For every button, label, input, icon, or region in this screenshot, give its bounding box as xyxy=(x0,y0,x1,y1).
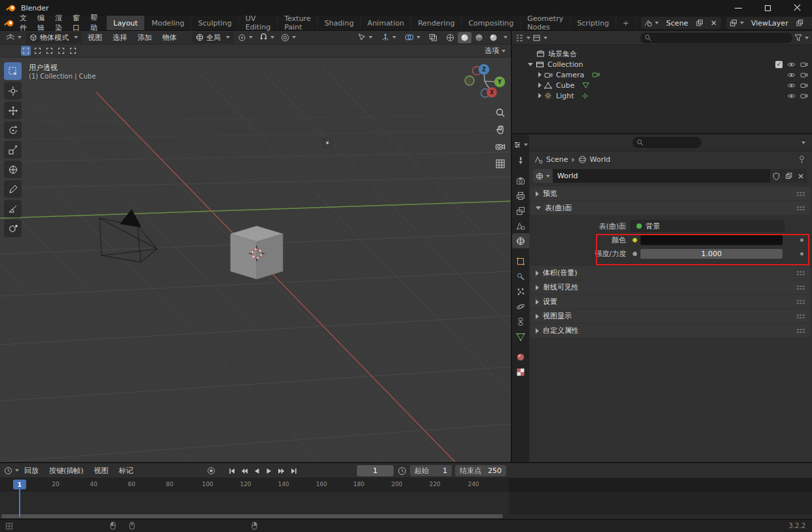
cube-object[interactable] xyxy=(231,226,283,279)
hide-eye-icon[interactable] xyxy=(787,93,796,99)
proportional-editing-button[interactable] xyxy=(278,32,299,43)
select-mode-intersect-button[interactable] xyxy=(68,46,78,56)
strength-slider[interactable]: 1.000 xyxy=(640,249,783,259)
tool-cursor[interactable] xyxy=(4,82,22,100)
tab-scene[interactable] xyxy=(513,218,528,233)
scene-unlink-button[interactable] xyxy=(707,17,721,29)
fake-user-button[interactable] xyxy=(770,169,783,183)
scene-copy-button[interactable] xyxy=(692,17,707,29)
new-datablock-button[interactable] xyxy=(783,169,795,183)
jump-to-start-button[interactable] xyxy=(226,465,237,476)
shading-wireframe-button[interactable] xyxy=(443,32,457,43)
axis-neg-y-ball[interactable] xyxy=(465,76,474,85)
disable-render-camera-icon[interactable] xyxy=(800,92,808,99)
properties-editor-type-button[interactable] xyxy=(513,137,528,153)
tab-modifiers[interactable] xyxy=(513,269,528,284)
unlink-datablock-button[interactable] xyxy=(795,169,807,183)
timeline-editor-type-button[interactable] xyxy=(0,466,19,475)
menu-window[interactable]: 窗口 xyxy=(67,16,85,30)
panel-grip-icon[interactable] xyxy=(796,299,805,305)
tool-options-dropdown[interactable]: 选项 xyxy=(485,46,506,56)
panel-grip-icon[interactable] xyxy=(796,285,805,290)
orthographic-toggle-button[interactable] xyxy=(493,157,507,171)
collection-expand-arrow[interactable] xyxy=(528,63,533,66)
minimize-button[interactable] xyxy=(724,0,753,16)
tab-render[interactable] xyxy=(513,173,528,188)
playhead-handle[interactable]: 1 xyxy=(13,480,26,489)
outliner-row-light[interactable]: Light xyxy=(512,90,812,101)
show-gizmo-toggle[interactable] xyxy=(378,32,399,43)
scene-name[interactable]: Scene xyxy=(662,19,692,28)
color-animate-dot[interactable] xyxy=(800,238,803,242)
properties-search-input[interactable] xyxy=(633,137,701,148)
workspace-tab-compositing[interactable]: Compositing xyxy=(462,16,521,30)
blender-menu-icon[interactable] xyxy=(4,19,14,28)
jump-to-end-button[interactable] xyxy=(288,465,299,476)
auto-keying-record-button[interactable] xyxy=(206,465,217,476)
tool-transform[interactable] xyxy=(4,161,22,178)
outliner-filter-button[interactable] xyxy=(794,34,809,41)
tool-move[interactable] xyxy=(4,102,22,119)
tool-measure[interactable] xyxy=(4,200,22,218)
playhead-line[interactable] xyxy=(19,489,20,517)
panel-grip-icon[interactable] xyxy=(796,328,805,333)
snapping-button[interactable] xyxy=(257,32,277,43)
panel-custom-properties[interactable]: 自定义属性 xyxy=(530,324,811,337)
workspace-tab-shading[interactable]: Shading xyxy=(318,16,361,30)
xray-toggle[interactable] xyxy=(426,32,440,43)
workspace-tab-layout[interactable]: Layout xyxy=(107,16,145,30)
navigation-gizmo[interactable]: Z Y X xyxy=(462,60,505,103)
end-frame-field[interactable]: 结束点 250 xyxy=(455,465,506,476)
menu-file[interactable]: 文件 xyxy=(14,16,32,30)
timeline-menu-playback[interactable]: 回放 xyxy=(19,466,44,476)
next-keyframe-button[interactable] xyxy=(276,465,287,476)
tool-scale[interactable] xyxy=(4,141,22,159)
viewlayer-name[interactable]: ViewLayer xyxy=(747,19,792,28)
workspace-tab-modeling[interactable]: Modeling xyxy=(145,16,191,30)
tab-world[interactable] xyxy=(512,233,529,248)
outliner-row-scene-collection[interactable]: 场景集合 xyxy=(512,48,812,59)
world-browse-button[interactable] xyxy=(533,169,553,183)
panel-grip-icon[interactable] xyxy=(796,314,805,319)
workspace-tab-rendering[interactable]: Rendering xyxy=(411,16,462,30)
object-type-visibility-button[interactable] xyxy=(355,32,375,43)
outliner-row-collection[interactable]: Collection ✓ xyxy=(512,59,812,69)
tool-select-box[interactable] xyxy=(4,62,22,80)
surface-shader-button[interactable]: 背景 xyxy=(631,220,784,232)
viewlayer-browse-button[interactable] xyxy=(726,17,747,29)
timeline-menu-view[interactable]: 视图 xyxy=(89,466,114,476)
viewport-menu-object[interactable]: 物体 xyxy=(158,33,181,43)
workspace-tab-scripting[interactable]: Scripting xyxy=(570,16,616,30)
workspace-tab-animation[interactable]: Animation xyxy=(361,16,411,30)
pivot-point-button[interactable] xyxy=(235,32,255,43)
tab-object[interactable] xyxy=(513,254,528,269)
outliner-editor-type-button[interactable] xyxy=(515,34,530,42)
viewport-menu-select[interactable]: 选择 xyxy=(108,33,132,43)
panel-grip-icon[interactable] xyxy=(796,206,805,211)
collection-checkbox[interactable]: ✓ xyxy=(775,61,783,68)
select-mode-subtract-button[interactable] xyxy=(45,46,54,56)
breadcrumb-scene[interactable]: Scene xyxy=(546,155,568,164)
camera-object[interactable] xyxy=(100,209,157,262)
hide-eye-icon[interactable] xyxy=(787,62,796,67)
current-frame-field[interactable]: 1 xyxy=(357,465,394,476)
editor-type-button[interactable] xyxy=(3,32,24,43)
workspace-tab-uv-editing[interactable]: UV Editing xyxy=(239,16,278,30)
panel-ray-visibility[interactable]: 射线可见性 xyxy=(530,280,811,294)
panel-surface[interactable]: 表(曲)面 xyxy=(530,201,811,215)
viewport-3d[interactable]: 物体模式 视图 选择 添加 物体 全局 xyxy=(0,31,511,462)
play-button[interactable] xyxy=(263,465,274,476)
camera-view-button[interactable] xyxy=(493,140,507,154)
tab-constraints[interactable] xyxy=(513,314,528,329)
disable-render-camera-icon[interactable] xyxy=(800,71,808,78)
select-mode-invert-button[interactable] xyxy=(56,46,66,56)
tab-material[interactable] xyxy=(513,349,528,364)
timeline-menu-keying[interactable]: 按键(插帧) xyxy=(44,466,89,476)
tool-annotate[interactable] xyxy=(4,180,22,198)
timeline-menu-marker[interactable]: 标记 xyxy=(114,466,139,476)
panel-volume[interactable]: 体积(音量) xyxy=(530,266,811,280)
disable-render-camera-icon[interactable] xyxy=(800,61,808,67)
select-mode-new-button[interactable] xyxy=(21,46,31,56)
tab-object-data[interactable] xyxy=(513,329,528,344)
breadcrumb-world[interactable]: World xyxy=(590,155,611,164)
